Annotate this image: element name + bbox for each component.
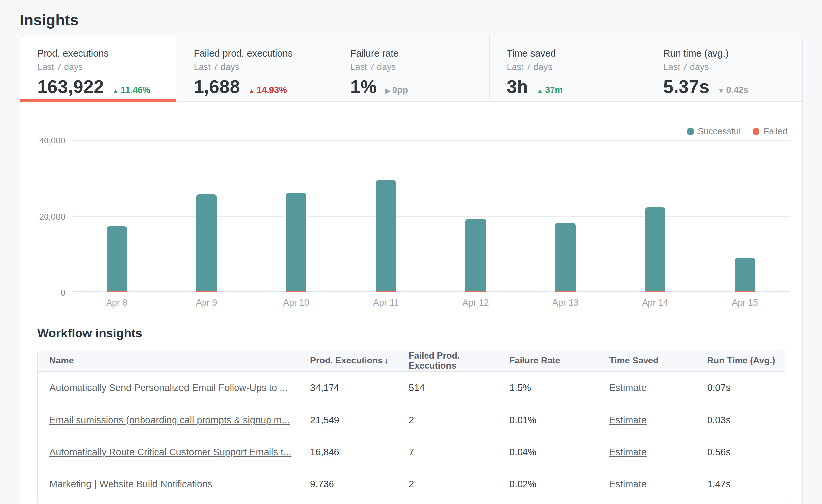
bar-slot [520,140,610,292]
tab-value: 3h [507,76,528,97]
y-tick-label: 0 [61,288,65,298]
column-header-run-time-avg[interactable]: Run Time (Avg.) [707,356,785,366]
column-header-name[interactable]: Name [38,356,310,366]
bar-slot [610,140,700,292]
x-tick-label: Apr 14 [642,298,668,308]
tab-date-range: Last 7 days [37,62,176,72]
time-saved-cell: Estimate [609,447,707,458]
workflow-insights-heading: Workflow insights [37,327,802,341]
x-tick-label: Apr 15 [732,298,758,308]
tab-value-row: 3h▲37m [507,76,646,97]
estimate-link[interactable]: Estimate [609,415,647,425]
x-tick-label: Apr 10 [283,298,309,308]
x-axis-spacer [37,298,72,308]
estimate-link[interactable]: Estimate [609,479,647,489]
time-saved-cell: Estimate [609,415,707,426]
bar-successful-segment [465,219,486,291]
tab-run-time-avg[interactable]: Run time (avg.)Last 7 days5.37s▼0.42s [646,36,802,101]
failed-prod-executions-cell: 7 [409,447,509,458]
legend-label: Failed [763,126,788,136]
tab-value-row: 163,922▲11.46% [37,76,176,97]
x-axis-row: Apr 8Apr 9Apr 10Apr 11Apr 12Apr 13Apr 14… [37,298,790,308]
bar-apr-10 [286,140,307,292]
x-tick-label: Apr 13 [552,298,578,308]
tab-value: 1% [350,76,377,97]
bar-apr-9 [196,140,217,292]
table-row: Automatically Route Critical Customer Su… [38,436,785,468]
tab-time-saved[interactable]: Time savedLast 7 days3h▲37m [489,36,646,101]
table-header-row: NameProd. Executions↓Failed Prod. Execut… [38,350,785,372]
tab-prod-executions[interactable]: Prod. executionsLast 7 days163,922▲11.46… [20,36,176,101]
y-tick-label: 20,000 [39,212,65,222]
bar-failed-segment [376,291,396,292]
column-header-prod-executions[interactable]: Prod. Executions↓ [310,356,409,366]
x-tick-slot: Apr 14 [610,298,700,308]
bar-apr-8 [106,140,127,292]
failure-rate-cell: 0.04% [509,447,609,458]
bars-container [72,140,790,292]
workflow-name-cell: Automatically Route Critical Customer Su… [38,447,310,458]
y-tick-label: 40,000 [39,135,65,146]
failed-prod-executions-cell: 2 [409,479,509,489]
legend-swatch-icon [688,128,694,134]
tab-label: Time saved [507,48,646,59]
column-header-failed-prod-executions[interactable]: Failed Prod. Executions [409,351,509,371]
estimate-link[interactable]: Estimate [609,382,647,393]
trend-down-icon: ▼ [718,87,724,95]
x-tick-slot: Apr 8 [72,298,161,308]
legend-item-successful[interactable]: Successful [688,126,741,136]
column-header-failure-rate[interactable]: Failure Rate [509,356,609,366]
bar-apr-14 [645,140,665,292]
bar-successful-segment [106,226,127,291]
tab-date-range: Last 7 days [350,62,489,72]
workflow-name-link[interactable]: Email sumissions (onboarding call prompt… [49,415,290,425]
x-tick-label: Apr 12 [462,298,489,308]
run-time-cell: 0.03s [707,415,785,426]
bar-successful-segment [735,258,755,291]
x-tick-slot: Apr 10 [251,298,341,308]
estimate-link[interactable]: Estimate [609,447,647,457]
tab-value: 5.37s [663,76,710,97]
bar-failed-segment [735,291,755,292]
tab-failure-rate[interactable]: Failure rateLast 7 days1%▶0pp [333,36,489,101]
x-tick-slot: Apr 11 [341,298,431,308]
trend-up-icon: ▲ [249,87,255,95]
tab-date-range: Last 7 days [507,62,646,72]
x-tick-slot: Apr 12 [431,298,520,308]
tab-failed-prod-executions[interactable]: Failed prod. executionsLast 7 days1,688▲… [176,36,333,101]
tab-label: Failure rate [350,48,489,59]
failed-prod-executions-cell: 2 [409,415,509,426]
tab-delta: ▼0.42s [718,85,749,95]
bar-failed-segment [286,291,307,292]
x-tick-label: Apr 11 [373,298,399,308]
tab-value-row: 5.37s▼0.42s [663,76,802,97]
x-tick-slot: Apr 9 [161,298,251,308]
bar-failed-segment [196,291,217,292]
table-row: Marketing | Website Build Notifications9… [38,468,785,500]
tab-label: Prod. executions [37,48,176,59]
bar-slot [72,140,161,292]
workflow-name-link[interactable]: Automatically Send Personalized Email Fo… [49,382,288,393]
column-header-time-saved[interactable]: Time Saved [609,356,707,366]
bar-apr-13 [555,140,575,292]
failure-rate-cell: 0.01% [509,415,609,426]
bar-successful-segment [286,193,307,291]
x-axis-labels: Apr 8Apr 9Apr 10Apr 11Apr 12Apr 13Apr 14… [72,298,790,308]
table-body: Automatically Send Personalized Email Fo… [38,372,785,500]
legend-item-failed[interactable]: Failed [753,126,788,136]
tab-value: 163,922 [37,76,104,97]
tab-delta: ▶0pp [385,85,408,95]
bar-successful-segment [555,223,575,291]
failure-rate-cell: 1.5% [509,382,609,393]
chart-plot-row: 40,00020,0000 [37,140,790,292]
y-axis-labels: 40,00020,0000 [37,140,65,292]
tab-label: Failed prod. executions [193,48,333,59]
legend-swatch-icon [753,128,759,134]
executions-chart: SuccessfulFailed 40,00020,0000 Apr 8Apr … [20,102,802,308]
run-time-cell: 0.56s [707,447,785,458]
bar-successful-segment [645,207,665,291]
workflow-name-link[interactable]: Marketing | Website Build Notifications [49,479,213,489]
chart-plot-area [72,140,790,292]
workflow-name-cell: Automatically Send Personalized Email Fo… [38,382,310,393]
workflow-name-link[interactable]: Automatically Route Critical Customer Su… [49,447,291,457]
